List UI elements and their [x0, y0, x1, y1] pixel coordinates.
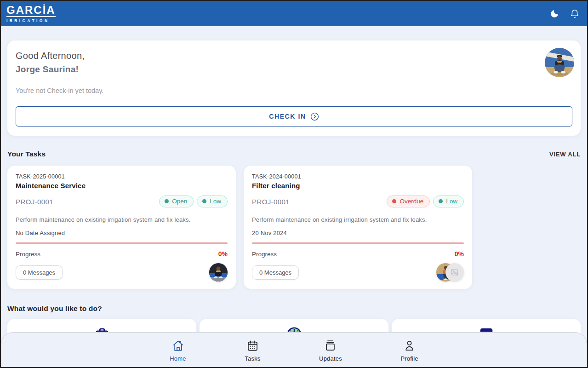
task-description: Perform maintenance on existing irrigati… [16, 216, 228, 223]
progress-bar [252, 242, 464, 244]
moon-icon[interactable] [549, 9, 559, 19]
greeting-name: Jorge Saurina! [16, 64, 572, 75]
calendar-icon [246, 339, 259, 352]
status-badges: Open Low [159, 196, 228, 207]
assignee-avatars [436, 263, 464, 282]
assignee-avatar [209, 263, 228, 282]
task-title: Filter cleaning [252, 182, 464, 190]
brand-logo: GARCİA IRRIGATION [6, 5, 56, 23]
progress-label: Progress [16, 251, 40, 258]
nav-item-profile[interactable]: Profile [400, 338, 418, 362]
brand-name: GARCİA [6, 5, 56, 17]
status-dot [392, 199, 396, 203]
nav-label: Tasks [245, 355, 260, 362]
actions-section-head: What would you like to do? [7, 305, 581, 313]
status-badges: Overdue Low [387, 196, 464, 207]
task-title: Maintenance Service [16, 182, 228, 190]
status-dot [165, 199, 169, 203]
task-card[interactable]: TASK-2025-00001 Maintenance Service PROJ… [7, 166, 236, 289]
nav-label: Updates [319, 355, 342, 362]
messages-button[interactable]: 0 Messages [252, 265, 299, 280]
main-content: Good Afternoon, Jorge Saurina! You' [1, 40, 587, 368]
priority-badge: Low [433, 196, 464, 207]
status-dot [202, 199, 206, 203]
nav-item-home[interactable]: Home [170, 338, 186, 362]
bottom-nav: Home Tasks Update [1, 332, 587, 367]
tasks-section-head: Your Tasks VIEW ALL [7, 150, 581, 158]
checkin-status-text: You're not Check-in yet today. [16, 87, 572, 94]
status-badge: Overdue [387, 196, 430, 207]
assignee-avatars [209, 263, 228, 282]
project-id: PROJ-0001 [252, 198, 290, 206]
user-avatar [545, 48, 574, 77]
tasks-row: TASK-2025-00001 Maintenance Service PROJ… [7, 166, 581, 289]
greeting-card: Good Afternoon, Jorge Saurina! You' [7, 40, 581, 136]
task-date: No Date Assigned [16, 230, 228, 236]
app-screen: GARCİA IRRIGATION Good Afternoon, Jorge … [0, 0, 588, 368]
progress-percent: 0% [218, 250, 228, 258]
progress-label: Progress [252, 251, 277, 258]
actions-section-title: What would you like to do? [7, 305, 102, 313]
chevron-circle-icon [310, 112, 319, 121]
check-in-button[interactable]: CHECK IN [16, 106, 572, 126]
tasks-section-title: Your Tasks [7, 150, 46, 158]
nav-item-tasks[interactable]: Tasks [245, 338, 260, 362]
home-icon [172, 339, 184, 352]
status-badge: Open [159, 196, 194, 207]
task-card[interactable]: TASK-2024-00001 Filter cleaning PROJ-000… [244, 166, 472, 289]
image-off-icon [450, 268, 459, 277]
status-dot [439, 199, 443, 203]
project-id: PROJ-0001 [16, 198, 53, 206]
task-date: 20 Nov 2024 [252, 230, 464, 236]
view-all-link[interactable]: VIEW ALL [549, 151, 581, 158]
no-image-avatar [445, 263, 464, 282]
nav-item-updates[interactable]: Updates [319, 338, 342, 362]
check-in-label: CHECK IN [269, 113, 306, 120]
person-icon [403, 339, 416, 352]
nav-label: Home [170, 355, 186, 362]
greeting-line1: Good Afternoon, [16, 51, 572, 61]
nav-label: Profile [400, 355, 418, 362]
bell-icon[interactable] [570, 9, 580, 19]
header-actions [549, 9, 580, 19]
messages-button[interactable]: 0 Messages [16, 265, 63, 280]
brand-subtitle: IRRIGATION [6, 18, 56, 23]
progress-percent: 0% [455, 250, 464, 258]
task-description: Perform maintenance on existing irrigati… [252, 216, 464, 223]
updates-icon [324, 339, 337, 352]
task-id: TASK-2024-00001 [252, 173, 464, 180]
progress-bar [16, 242, 228, 244]
task-id: TASK-2025-00001 [16, 173, 228, 180]
app-header: GARCİA IRRIGATION [1, 1, 587, 26]
priority-badge: Low [197, 196, 228, 207]
